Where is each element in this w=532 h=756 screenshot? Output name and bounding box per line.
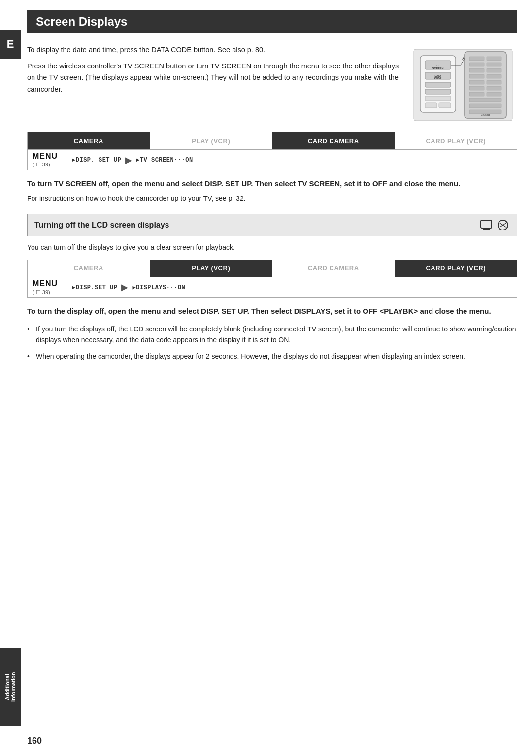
svg-rect-12 [425,103,437,108]
mode-bar-2: CAMERA PLAY (VCR) CARD CAMERA CARD PLAY … [27,260,517,277]
svg-rect-16 [487,57,501,61]
svg-rect-29 [469,98,501,102]
para2: Press the wireless controller's TV SCREE… [27,61,399,95]
lcd-icon [479,218,493,232]
menu-ref-1: ( ☐ 39) [33,162,50,168]
svg-rect-28 [487,92,501,96]
svg-rect-22 [487,74,501,78]
subsection-intro: You can turn off the displays to give yo… [27,242,517,253]
svg-rect-25 [469,86,484,90]
svg-rect-11 [425,96,451,101]
svg-rect-14 [465,52,506,118]
svg-text:SCREEN: SCREEN [432,67,444,70]
mode-card-camera-1: CARD CAMERA [272,132,395,149]
svg-text:Canon: Canon [481,113,490,116]
mode-bar-1: CAMERA PLAY (VCR) CARD CAMERA CARD PLAY … [27,132,517,150]
top-section: To display the date and time, press the … [27,44,517,123]
menu-row-2: MENU ( ☐ 39) ▶DISP.SET UP ▶ ▶DISPLAYS···… [27,277,517,298]
bullet-item-1: If you turn the displays off, the LCD sc… [27,324,517,346]
menu-step1-1: ▶DISP. SET UP [72,156,121,164]
mode-play-vcr-2: PLAY (VCR) [150,260,273,277]
menu-step1-2: ▶DISP.SET UP [72,284,117,291]
divider-arrow-2: ▶ [121,282,128,293]
remote-image-area: TV SCREEN DATA CODE [409,44,517,123]
svg-rect-21 [469,74,484,78]
menu-step2-2: ▶DISPLAYS···ON [132,284,185,291]
mode-card-play-vcr-2: CARD PLAY (VCR) [395,260,517,277]
page-title: Screen Displays [27,10,517,33]
svg-rect-20 [487,68,501,72]
remote-control-image: TV SCREEN DATA CODE [411,47,515,123]
menu-label-1: MENU [33,152,58,161]
svg-rect-23 [469,80,484,84]
mode-play-vcr-1: PLAY (VCR) [150,132,273,149]
para1: To display the date and time, press the … [27,44,399,56]
sidebar-e-label: E [0,30,21,59]
subsection-icons [479,218,510,232]
svg-rect-27 [469,92,484,96]
menu-ref-2: ( ☐ 39) [33,289,50,296]
divider-arrow-1: ▶ [125,155,132,165]
svg-rect-26 [487,86,501,90]
mode-camera-1: CAMERA [28,132,150,149]
bullet-item-2: When operating the camcorder, the displa… [27,351,517,362]
menu-row-1: MENU ( ☐ 39) ▶DISP. SET UP ▶ ▶TV SCREEN·… [27,150,517,170]
subsection-title: Turning off the LCD screen displays [27,214,517,236]
menu-step2-1: ▶TV SCREEN···ON [136,156,193,164]
svg-rect-17 [469,63,484,66]
page-number: 160 [27,736,42,746]
menu-label-2: MENU [33,279,58,288]
svg-rect-24 [487,80,501,84]
svg-rect-19 [469,68,484,72]
menu-steps-2: ▶DISP.SET UP ▶ ▶DISPLAYS···ON [72,282,512,293]
instruction2-bold: To turn the display off, open the menu a… [27,306,517,317]
instruction1-bold: To turn TV SCREEN off, open the menu and… [27,178,517,190]
top-text-block: To display the date and time, press the … [27,44,399,123]
svg-rect-30 [469,104,501,108]
bullet-list: If you turn the displays off, the LCD sc… [27,324,517,362]
mode-camera-2: CAMERA [28,260,150,277]
svg-rect-13 [439,103,451,108]
menu-steps-1: ▶DISP. SET UP ▶ ▶TV SCREEN···ON [72,155,512,165]
svg-rect-15 [469,57,484,61]
sidebar-bottom-label: AdditionalInformation [0,648,21,726]
svg-rect-9 [425,82,451,87]
edit-icon [496,218,510,232]
svg-rect-35 [481,220,492,228]
svg-rect-18 [487,63,501,66]
mode-card-camera-2: CARD CAMERA [272,260,395,277]
svg-text:CODE: CODE [434,77,442,80]
instruction1-normal: For instructions on how to hook the camc… [27,194,517,204]
mode-card-play-vcr-1: CARD PLAY (VCR) [395,132,517,149]
svg-rect-10 [425,89,451,94]
